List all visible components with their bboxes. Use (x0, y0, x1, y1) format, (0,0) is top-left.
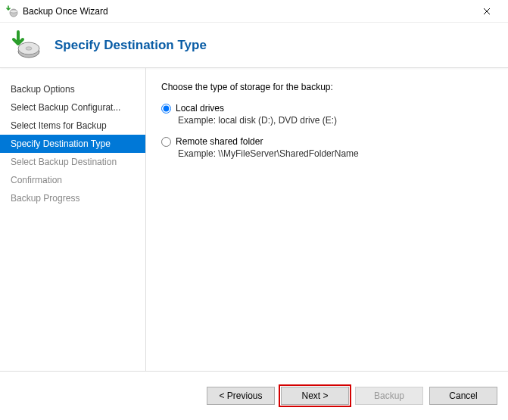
wizard-header: Specify Destination Type (0, 23, 508, 68)
cancel-button[interactable]: Cancel (429, 387, 497, 405)
sidebar: Backup Options Select Backup Configurat.… (0, 68, 145, 371)
sidebar-step-destination-type[interactable]: Specify Destination Type (0, 135, 145, 153)
wizard-body: Backup Options Select Backup Configurat.… (0, 68, 508, 371)
title-bar: Backup Once Wizard (0, 0, 508, 23)
sidebar-step-select-configuration[interactable]: Select Backup Configurat... (0, 98, 145, 117)
sidebar-step-progress: Backup Progress (0, 189, 145, 207)
option-local-drives[interactable]: Local drives (161, 103, 494, 114)
option-local-drives-label: Local drives (176, 103, 224, 114)
sidebar-step-select-items[interactable]: Select Items for Backup (0, 117, 145, 135)
wizard-footer: < Previous Next > Backup Cancel (0, 371, 508, 420)
wizard-icon (11, 30, 41, 61)
backup-button: Backup (355, 387, 423, 405)
sidebar-step-select-destination: Select Backup Destination (0, 153, 145, 171)
prompt-text: Choose the type of storage for the backu… (161, 82, 494, 92)
app-icon (6, 5, 18, 17)
close-button[interactable] (472, 0, 502, 22)
close-icon (483, 8, 491, 15)
svg-point-4 (26, 46, 32, 49)
radio-local-drives[interactable] (161, 104, 171, 114)
next-button[interactable]: Next > (281, 387, 349, 405)
sidebar-step-backup-options[interactable]: Backup Options (0, 80, 145, 98)
window-title: Backup Once Wizard (23, 6, 472, 17)
previous-button[interactable]: < Previous (207, 387, 275, 405)
option-remote-folder-label: Remote shared folder (176, 136, 263, 147)
option-local-drives-example: Example: local disk (D:), DVD drive (E:) (178, 115, 494, 126)
option-remote-folder-example: Example: \\MyFileServer\SharedFolderName (178, 148, 494, 159)
content-pane: Choose the type of storage for the backu… (146, 68, 508, 371)
radio-remote-folder[interactable] (161, 137, 171, 147)
option-remote-folder[interactable]: Remote shared folder (161, 136, 494, 147)
sidebar-step-confirmation: Confirmation (0, 171, 145, 189)
svg-point-1 (10, 10, 17, 13)
page-title: Specify Destination Type (55, 38, 207, 53)
